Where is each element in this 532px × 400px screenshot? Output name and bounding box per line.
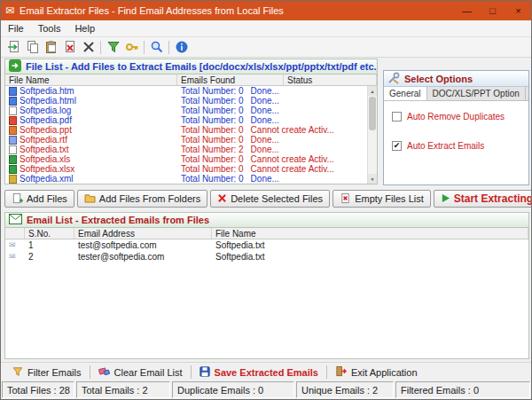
close-button[interactable]: ×	[505, 1, 531, 20]
file-type-icon	[9, 165, 17, 174]
file-row[interactable]: Softpedia.pdf Total Number: 0 Done...	[5, 115, 377, 125]
open-file-icon[interactable]	[4, 38, 23, 56]
file-type-icon	[9, 126, 17, 135]
file-name: Softpedia.txt	[20, 145, 69, 154]
window-controls: — □ ×	[454, 1, 531, 20]
filter-icon[interactable]	[104, 38, 122, 56]
menu-file[interactable]: File	[1, 21, 31, 35]
status-cell: Done...	[247, 174, 283, 184]
emails-found-cell: Total Number: 0	[177, 106, 247, 115]
file-row[interactable]: Softpedia.htm Total Number: 0 Done...	[5, 86, 377, 96]
menu-help[interactable]: Help	[67, 21, 102, 35]
start-extracting-label: Start Extracting	[454, 192, 532, 205]
status-cell: Done...	[247, 115, 283, 125]
scroll-up-icon[interactable]: ▲	[368, 86, 377, 96]
email-address: test@softpedia.com	[74, 240, 212, 250]
tab-doc-xls-ppt-option[interactable]: DOC/XLS/PPT Option	[427, 87, 526, 100]
file-type-icon	[9, 97, 17, 106]
delete-selected-files-label: Delete Selected Files	[231, 193, 323, 204]
minimize-button[interactable]: —	[454, 1, 480, 20]
file-name-cell: Softpedia.txt	[5, 145, 177, 154]
scrollbar-thumb[interactable]	[369, 97, 376, 130]
filter-emails-button[interactable]: Filter Emails	[4, 363, 90, 381]
file-name: Softpedia.pdf	[20, 115, 72, 125]
clear-email-list-button[interactable]: Clear Email List	[90, 363, 191, 381]
file-type-icon	[9, 175, 17, 184]
paste-icon[interactable]	[42, 38, 60, 56]
auto-extract-emails-checkbox[interactable]: ✔	[392, 141, 402, 151]
add-files-button[interactable]: Add Files	[4, 190, 74, 208]
file-name: Softpedia.log	[20, 106, 71, 115]
file-list-scrollbar[interactable]: ▲ ▼	[367, 86, 377, 184]
status-cell: Done...	[247, 86, 283, 96]
options-tabs: General DOC/XLS/PPT Option	[384, 87, 528, 101]
file-row[interactable]: Softpedia.txt Total Number: 2 Done...	[5, 145, 377, 154]
status-cell: Cannot create Activ...	[247, 164, 338, 174]
info-icon[interactable]	[172, 38, 191, 56]
column-email-address[interactable]: Email Address	[74, 228, 212, 239]
status-cell: Done...	[247, 106, 283, 115]
file-table-header: File Name Emails Found Status	[5, 75, 377, 86]
envelope-icon: ✉	[5, 241, 25, 249]
copy-icon[interactable]	[23, 38, 42, 56]
folder-icon	[84, 193, 96, 205]
exit-application-label: Exit Application	[351, 367, 418, 378]
file-type-icon	[9, 106, 17, 115]
column-emails-found[interactable]: Emails Found	[177, 75, 284, 85]
auto-extract-emails-option[interactable]: ✔ Auto Extract Emails	[392, 141, 520, 151]
file-row[interactable]: Softpedia.rtf Total Number: 0 Done...	[5, 135, 377, 145]
column-file-name[interactable]: File Name	[212, 228, 528, 239]
toolbar-separator	[144, 41, 145, 54]
source-file-name: Softpedia.txt	[212, 252, 528, 262]
file-row[interactable]: Softpedia.log Total Number: 0 Done...	[5, 106, 377, 115]
file-row[interactable]: Softpedia.ppt Total Number: 0 Cannot cre…	[5, 125, 377, 135]
status-cell: Cannot create Activ...	[247, 125, 338, 135]
emails-found-cell: Total Number: 0	[177, 135, 247, 145]
titlebar: ✉ Email Extractor Files - Find Email Add…	[1, 1, 531, 20]
status-cell: Cannot create Activ...	[247, 154, 338, 164]
email-row[interactable]: ✉ 1 test@softpedia.com Softpedia.txt	[5, 239, 528, 251]
delete-file-icon[interactable]	[60, 38, 79, 56]
add-files-icon	[12, 192, 23, 206]
start-extracting-icon	[441, 193, 450, 205]
empty-files-list-button[interactable]: Empty Files List	[332, 190, 431, 208]
file-type-icon	[9, 87, 17, 96]
file-row[interactable]: Softpedia.xml Total Number: 0 Done...	[5, 174, 377, 184]
email-list-icon	[9, 214, 22, 226]
save-extracted-emails-button[interactable]: Save Extracted Emails	[192, 363, 326, 381]
auto-extract-emails-label: Auto Extract Emails	[407, 141, 484, 151]
add-files-from-folders-button[interactable]: Add Files From Folders	[77, 190, 207, 208]
menu-tools[interactable]: Tools	[31, 21, 68, 35]
add-files-label: Add Files	[27, 193, 67, 204]
file-type-icon	[9, 155, 17, 164]
scroll-down-icon[interactable]: ▼	[368, 174, 377, 184]
maximize-button[interactable]: □	[480, 1, 505, 20]
exit-application-button[interactable]: Exit Application	[327, 363, 426, 381]
file-row[interactable]: Softpedia.html Total Number: 0 Done...	[5, 96, 377, 106]
column-status[interactable]: Status	[284, 75, 377, 85]
select-options-icon	[387, 72, 400, 86]
empty-files-list-label: Empty Files List	[355, 193, 424, 204]
file-list-header: File List - Add Files to Extract Emails …	[5, 59, 377, 75]
select-options-header: Select Options	[384, 71, 528, 87]
emails-found-cell: Total Number: 0	[177, 125, 247, 135]
file-row[interactable]: Softpedia.xlsx Total Number: 0 Cannot cr…	[5, 164, 377, 174]
start-extracting-button[interactable]: Start Extracting	[434, 190, 532, 208]
key-icon[interactable]	[122, 38, 141, 56]
close-icon[interactable]	[79, 38, 98, 56]
auto-remove-duplicates-checkbox[interactable]	[392, 112, 402, 122]
column-file-name[interactable]: File Name	[5, 75, 177, 85]
tab-general[interactable]: General	[384, 87, 427, 100]
auto-remove-duplicates-option[interactable]: Auto Remove Duplicates	[392, 112, 520, 122]
file-name-cell: Softpedia.html	[5, 96, 177, 106]
column-sno[interactable]: S.No.	[25, 228, 74, 239]
file-name: Softpedia.rtf	[20, 135, 67, 145]
email-row[interactable]: ✉ 2 tester@softpedia.com Softpedia.txt	[5, 251, 528, 263]
file-name: Softpedia.htm	[20, 86, 74, 96]
file-row[interactable]: Softpedia.xls Total Number: 0 Cannot cre…	[5, 154, 377, 164]
delete-selected-files-button[interactable]: Delete Selected Files	[210, 190, 330, 208]
file-name-cell: Softpedia.xml	[5, 174, 177, 184]
window-title: Email Extractor Files - Find Email Addre…	[20, 5, 284, 16]
select-options-title: Select Options	[404, 74, 473, 84]
search-icon[interactable]	[147, 38, 166, 56]
